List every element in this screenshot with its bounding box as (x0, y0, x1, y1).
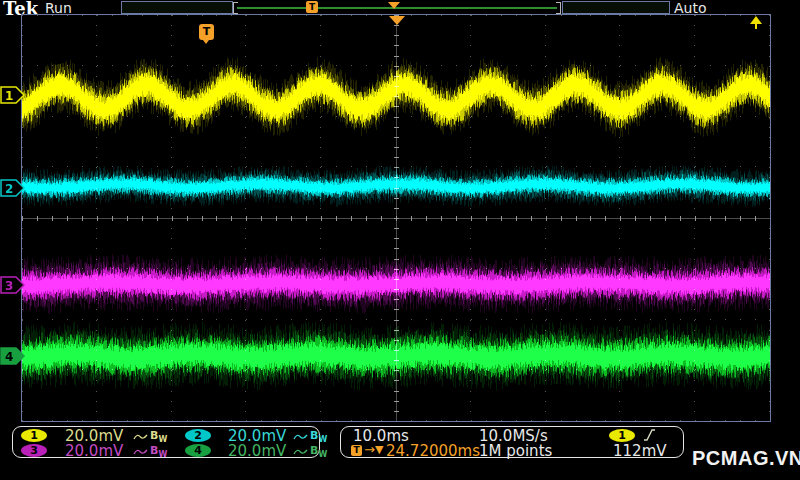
channel2-badge: 2 (185, 429, 211, 442)
svg-text:4: 4 (5, 350, 13, 364)
channel-readouts-box: 1 20.0mV BW 2 20.0mV BW 3 20.0mV BW 4 20… (12, 426, 320, 458)
trigger-level-value: 112mV (613, 442, 667, 460)
record-view-bracket-right (556, 2, 561, 14)
overview-expansion-point-icon (388, 2, 400, 9)
delay-arrow-icon: → (364, 442, 375, 457)
channel3-coupling-indicators: BW (133, 444, 167, 459)
trigger-source-badge: 1 (609, 429, 635, 442)
trigger-level-offscreen-arrow-icon (750, 16, 762, 24)
svg-text:3: 3 (5, 279, 13, 293)
overview-trigger-t-icon: T (306, 1, 318, 13)
delay-time-value: 24.72000ms (386, 442, 480, 460)
ac-coupling-icon (133, 431, 148, 442)
record-length: 1M points (479, 442, 552, 460)
ac-coupling-icon (293, 431, 308, 442)
trigger-position-triangle-icon (389, 16, 405, 25)
horizontal-trigger-readouts-box: 10.0ms 10.0MS/s 1 T → ▼ 24.72000ms 1M po… (340, 426, 684, 458)
bandwidth-limit-icon: BW (310, 429, 327, 444)
channel4-scale: 20.0mV (228, 442, 286, 460)
oscilloscope-screen: Tek Run T Auto T 1 2 3 4 1 20.0mV BW 2 2… (0, 0, 800, 480)
bandwidth-limit-icon: BW (150, 429, 167, 444)
ac-coupling-icon (133, 446, 148, 457)
channel1-position-marker: 1 (0, 86, 26, 104)
channel4-position-marker: 4 (0, 347, 26, 365)
trigger-level-arrow-stem (755, 24, 757, 29)
channel1-coupling-indicators: BW (133, 429, 167, 444)
top-info-box-right (562, 1, 670, 14)
channel3-position-marker: 3 (0, 276, 26, 294)
trigger-time-flag-icon: T (199, 24, 214, 40)
bandwidth-limit-icon: BW (150, 444, 167, 459)
watermark: PCMAG.VN (692, 447, 800, 470)
bandwidth-limit-icon: BW (310, 444, 327, 459)
channel4-badge: 4 (185, 444, 211, 457)
channel4-coupling-indicators: BW (293, 444, 327, 459)
channel2-position-marker: 2 (0, 179, 26, 197)
trigger-rising-slope-icon (643, 428, 656, 442)
ac-coupling-icon (293, 446, 308, 457)
waveform-display (22, 15, 770, 421)
svg-text:1: 1 (5, 89, 13, 103)
delay-trigger-t-icon: T (351, 445, 362, 456)
svg-text:2: 2 (5, 182, 13, 196)
channel3-scale: 20.0mV (65, 442, 123, 460)
channel2-coupling-indicators: BW (293, 429, 327, 444)
top-info-box-left (121, 1, 233, 14)
delay-marker-icon: ▼ (375, 443, 383, 456)
channel1-badge: 1 (21, 429, 47, 442)
channel3-badge: 3 (21, 444, 47, 457)
